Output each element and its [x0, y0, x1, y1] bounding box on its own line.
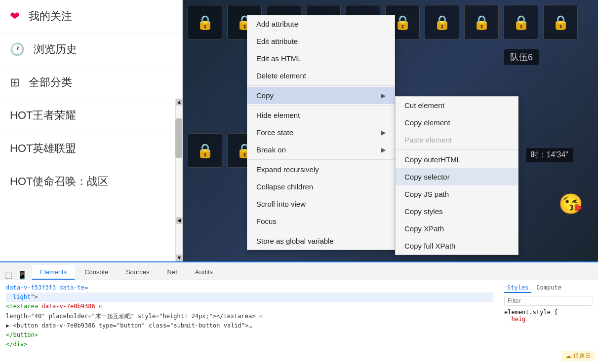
lock-icon-8: 🔒 [464, 5, 499, 39]
lock-icon-1: 🔒 [188, 5, 222, 39]
submenu-arrow-break: ▶ [381, 146, 386, 153]
code-area: data-v-f53f3f3 data-te= light"> <textare… [0, 280, 499, 350]
context-menu: Add attribute Edit attribute Edit as HTM… [247, 15, 395, 250]
yiyun-label: 亿速云 [573, 352, 591, 360]
ctx-label: Break on [256, 146, 286, 154]
ctx-focus[interactable]: Focus [247, 213, 395, 230]
ctx-store-global[interactable]: Store as global variable [247, 232, 395, 250]
hot-badge: HOT [10, 109, 33, 122]
sub-label: Copy element [404, 118, 450, 127]
ctx-label: Force state [256, 128, 293, 137]
copy-submenu: Cut element Copy element Paste element C… [395, 96, 518, 255]
ctx-add-attribute[interactable]: Add attribute [247, 15, 395, 33]
code-line-2: light"> [6, 292, 493, 302]
timer-badge: 时：14'34" [526, 148, 573, 162]
sub-copy-element[interactable]: Copy element [396, 114, 518, 131]
ctx-hide-element[interactable]: Hide element [247, 107, 395, 124]
sub-label: Paste element [404, 136, 452, 144]
device-icon[interactable]: 📱 [17, 270, 27, 280]
code-tag: <textarea [6, 303, 38, 310]
ctx-label: Copy [256, 91, 274, 100]
clock-icon: 🕐 [10, 42, 25, 56]
ctx-scroll-into-view[interactable]: Scroll into view [247, 195, 395, 213]
tab-computed[interactable]: Compute [533, 283, 564, 293]
sub-label: Cut element [404, 101, 444, 109]
ctx-label: Scroll into view [256, 200, 306, 208]
ctx-edit-as-html[interactable]: Edit as HTML [247, 50, 395, 67]
code-span: ▶ <button data-v-7e0b9386 type="button" … [6, 322, 252, 329]
devtools-tab-bar: ⬚ 📱 Elements Console Sources Net Audits [0, 262, 598, 280]
ctx-divider-4 [247, 231, 395, 231]
code-light: light [13, 293, 31, 300]
ctx-divider-1 [247, 85, 395, 86]
sub-copy-selector[interactable]: Copy selector [396, 168, 518, 185]
ctx-label: Store as global variable [256, 237, 334, 245]
code-span: length="40" placeholder="来一起互动吧" style="… [6, 313, 263, 320]
ctx-collapse-children[interactable]: Collapse children [247, 178, 395, 195]
sidebar-item-shiming[interactable]: HOT 使命召唤：战区 [0, 165, 182, 198]
scroll-up-button[interactable]: ▲ [176, 99, 183, 106]
code-close-button: </button> [6, 331, 38, 338]
ctx-expand-recursively[interactable]: Expand recursively [247, 161, 395, 178]
filter-input[interactable] [504, 296, 593, 306]
ctx-copy[interactable]: Copy ▶ [247, 87, 395, 104]
code-line-6: </button> [6, 330, 493, 340]
ctx-divider-3 [247, 159, 395, 160]
sidebar-item-wangzhe[interactable]: HOT 王者荣耀 [0, 99, 182, 132]
sub-paste-element: Paste element [396, 131, 518, 148]
ctx-edit-attribute[interactable]: Edit attribute [247, 33, 395, 50]
sidebar-item-label: 王者荣耀 [33, 108, 76, 123]
code-close-div: </div> [6, 341, 27, 348]
scroll-thumb[interactable] [175, 118, 182, 158]
sidebar-item-history[interactable]: 🕐 浏览历史 [0, 33, 182, 66]
sub-copy-xpath[interactable]: Copy XPath [396, 220, 518, 237]
style-code: element.style { [504, 309, 593, 316]
sub-copy-styles[interactable]: Copy styles [396, 203, 518, 220]
code-attr1: data-v-7e0b9386 [41, 303, 95, 310]
submenu-arrow-force: ▶ [381, 129, 386, 136]
ctx-delete-element[interactable]: Delete element [247, 67, 395, 84]
yiyun-logo-icon: ☁ [565, 353, 571, 360]
tab-audits[interactable]: Audits [187, 265, 221, 280]
ctx-force-state[interactable]: Force state ▶ [247, 124, 395, 141]
sub-copy-outerhtml[interactable]: Copy outerHTML [396, 151, 518, 168]
scroll-down-button[interactable]: ▼ [176, 255, 183, 261]
devtools-elements-panel: data-v-f53f3f3 data-te= light"> <textare… [0, 280, 499, 350]
scrollbar-track: ▲ ◀ ▼ [175, 99, 182, 261]
ctx-label: Collapse children [256, 182, 313, 191]
tab-network[interactable]: Net [159, 265, 185, 280]
devtools-body: data-v-f53f3f3 data-te= light"> <textare… [0, 280, 598, 350]
ctx-label: Delete element [256, 72, 306, 80]
tab-elements[interactable]: Elements [32, 265, 75, 280]
grid-icon: ⊞ [10, 75, 20, 89]
sidebar-item-label: 我的关注 [29, 9, 72, 24]
expand-button[interactable]: ◀ [176, 217, 183, 224]
ctx-break-on[interactable]: Break on ▶ [247, 141, 395, 158]
ctx-label: Edit attribute [256, 37, 298, 45]
sidebar-item-favorites[interactable]: ❤ 我的关注 [0, 0, 182, 33]
sidebar-item-label: 浏览历史 [34, 42, 77, 57]
sidebar-item-categories[interactable]: ⊞ 全部分类 [0, 66, 182, 99]
sidebar-item-yingxiong[interactable]: HOT 英雄联盟 [0, 132, 182, 165]
code-span: data-v-f53f3f3 data-te= [6, 284, 88, 291]
ctx-label: Edit as HTML [256, 54, 301, 63]
ctx-label: Hide element [256, 111, 300, 119]
inspect-icon[interactable]: ⬚ [5, 270, 12, 280]
sub-copy-js-path[interactable]: Copy JS path [396, 185, 518, 203]
sub-cut-element[interactable]: Cut element [396, 97, 518, 114]
sub-label: Copy full XPath [404, 242, 455, 250]
sidebar: ❤ 我的关注 🕐 浏览历史 ⊞ 全部分类 HOT 王者荣耀 HOT 英雄联盟 H… [0, 0, 183, 261]
tab-console[interactable]: Console [77, 265, 116, 280]
style-rule: element.style { [504, 309, 558, 316]
devtools-styles-panel: Styles Compute element.style { heig [499, 280, 598, 350]
lock-icon-9: 🔒 [504, 5, 538, 39]
code-line-5: ▶ <button data-v-7e0b9386 type="button" … [6, 321, 493, 330]
hot-badge: HOT [10, 142, 33, 155]
tab-styles[interactable]: Styles [504, 283, 531, 293]
code-line-4: length="40" placeholder="来一起互动吧" style="… [6, 312, 493, 321]
heart-icon: ❤ [10, 9, 20, 23]
ctx-divider-2 [247, 105, 395, 106]
team-label: 队伍6 [504, 49, 539, 65]
tab-sources[interactable]: Sources [118, 265, 158, 280]
sub-copy-full-xpath[interactable]: Copy full XPath [396, 237, 518, 255]
